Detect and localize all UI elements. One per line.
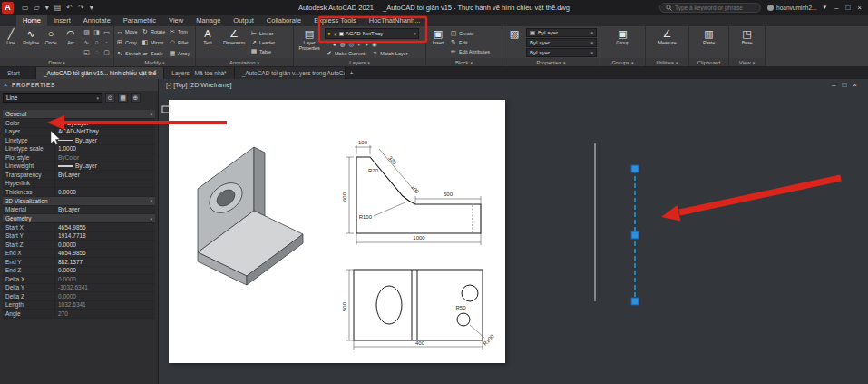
file-tab-layers-drawing[interactable]: Layers - Mã tòa nhà* [164, 67, 234, 79]
tab-manage[interactable]: Manage [190, 15, 227, 26]
new-file-icon[interactable]: ▭ [22, 4, 29, 12]
insert-button[interactable]: ▣Insert [428, 27, 448, 57]
boundary-icon[interactable]: ▭ [103, 29, 110, 36]
row-end-y[interactable]: End Y882.1377 [3, 258, 155, 267]
edit-block-button[interactable]: ✎Edit [450, 39, 490, 46]
tab-output[interactable]: Output [227, 15, 260, 26]
row-start-x[interactable]: Start X4654.9856 [3, 223, 155, 232]
palette-close-icon[interactable]: × [4, 82, 7, 88]
modify-panel-label[interactable]: Modify▾ [114, 58, 195, 66]
collapse-icon[interactable]: ▾ [150, 216, 152, 222]
make-current-button[interactable]: ✔Make Current [326, 50, 365, 57]
search-box[interactable] [659, 3, 761, 13]
doc-restore-button[interactable]: □ [842, 81, 846, 89]
qat-customize-icon[interactable]: ▾ [90, 4, 93, 12]
lineweight-dropdown[interactable]: ByLayer▾ [526, 38, 597, 47]
object-color-dropdown[interactable]: ByLayer▾ [526, 28, 597, 37]
new-tab-button[interactable]: + [346, 67, 358, 79]
drawing-canvas[interactable]: [-] [Top] [2D Wireframe] – □ × [159, 79, 868, 384]
autocad-logo[interactable]: A [2, 2, 14, 14]
copy-button[interactable]: ⊞Copy [116, 37, 141, 48]
trim-button[interactable]: ✂Trim [169, 26, 192, 37]
array-button[interactable]: ▦Array [169, 48, 192, 59]
close-button[interactable]: × [857, 4, 862, 12]
row-end-z[interactable]: End Z0.0000 [3, 267, 155, 276]
doc-minimize-button[interactable]: – [832, 81, 835, 89]
tab-view[interactable]: View [162, 15, 190, 26]
viewport-style-control[interactable]: [2D Wireframe] [189, 82, 231, 88]
tab-express-tools[interactable]: Express Tools [307, 15, 363, 26]
linear-button[interactable]: ⊢Linear [250, 30, 275, 37]
arc-button[interactable]: ◠Arc [62, 27, 80, 57]
collapse-icon[interactable]: ▾ [150, 112, 152, 117]
layer-dropdown[interactable]: ● ☀ ACAD-NetThay ▾ [325, 28, 419, 39]
select-objects-icon[interactable]: ⊕ [131, 93, 141, 103]
layer-thaw-icon[interactable]: ◎ [348, 41, 354, 48]
layer-freeze-icon[interactable]: ◍ [340, 41, 346, 48]
layer-isolate-icon[interactable]: ◉ [372, 41, 377, 48]
row-hyperlink[interactable]: Hyperlink [3, 180, 155, 189]
spline-icon[interactable]: ∿ [84, 39, 90, 46]
row-lineweight[interactable]: LineweightByLayer [3, 162, 155, 172]
row-thickness[interactable]: Thickness0.0000 [3, 188, 155, 197]
base-button[interactable]: ◳Base [737, 27, 757, 57]
row-color[interactable]: ColorByLayer [3, 119, 155, 128]
layer-lock-icon[interactable]: ◐ [357, 41, 361, 47]
tab-hocthatnhanh[interactable]: HocThatNhanh... [363, 15, 427, 26]
layers-panel-label[interactable]: Layers▾ [294, 58, 425, 66]
scale-button[interactable]: ▱Scale [141, 48, 169, 59]
properties-panel-label[interactable]: Properties▾ [502, 58, 600, 66]
row-plot-style[interactable]: Plot styleByColor [3, 153, 155, 162]
section-3d-visualization[interactable]: 3D Visualization▾ [3, 197, 155, 206]
line-button[interactable]: ╱Line [2, 27, 20, 57]
row-material[interactable]: MaterialByLayer [3, 206, 155, 215]
wipeout-icon[interactable]: ▢ [103, 49, 110, 56]
gradient-icon[interactable]: ◨ [93, 29, 100, 36]
ellipse-icon[interactable]: ○ [94, 39, 98, 45]
group-button[interactable]: ▣Group [613, 27, 633, 57]
fillet-button[interactable]: ◠Fillet [169, 37, 192, 48]
annotation-panel-label[interactable]: Annotation▾ [196, 58, 293, 66]
circle-button[interactable]: ○Circle [42, 27, 60, 57]
user-account[interactable]: hoanvuminh2... [767, 5, 816, 11]
layer-properties-button[interactable]: ▤Layer Properties [296, 27, 323, 57]
point-icon[interactable]: · [105, 39, 107, 45]
paste-button[interactable]: ▥Paste [699, 27, 719, 57]
stretch-button[interactable]: ↖Stretch [116, 48, 141, 59]
revcloud-icon[interactable]: ◌ [94, 49, 98, 55]
tab-annotate[interactable]: Annotate [77, 15, 117, 26]
plot-icon[interactable]: ▤ [54, 4, 62, 12]
minimize-button[interactable]: – [834, 4, 838, 12]
measure-button[interactable]: ∠Measure [654, 27, 681, 57]
layer-unlock-icon[interactable]: ◑ [365, 41, 368, 47]
view-panel-label[interactable]: View▾ [729, 58, 765, 66]
section-geometry[interactable]: Geometry▾ [3, 214, 155, 223]
clipboard-panel-label[interactable]: Clipboard [689, 58, 728, 66]
polyline-button[interactable]: ∿Polyline [22, 27, 40, 57]
file-tab-other-drawing[interactable]: _AutoCAD tối giản v...yers trong AutoCAD… [235, 67, 346, 79]
viewport-view-control[interactable]: [Top] [173, 82, 187, 88]
row-start-z[interactable]: Start Z0.0000 [3, 241, 155, 250]
linetype-dropdown[interactable]: ByLayer▾ [526, 48, 597, 57]
account-caret-icon[interactable]: ▾ [824, 4, 827, 11]
section-general[interactable]: General▾ [3, 110, 155, 119]
utilities-panel-label[interactable]: Utilities▾ [646, 58, 688, 66]
region-icon[interactable]: ◱ [83, 49, 90, 56]
tab-collaborate[interactable]: Collaborate [260, 15, 307, 26]
dimension-button[interactable]: ∠Dimension [219, 27, 249, 57]
block-panel-label[interactable]: Block▾ [426, 58, 502, 66]
grip-bottom[interactable] [631, 298, 639, 305]
object-type-dropdown[interactable]: Line▾ [3, 93, 102, 103]
toggle-pickadd-icon[interactable]: ⊙ [105, 93, 115, 103]
doc-close-button[interactable]: × [853, 81, 857, 89]
table-button[interactable]: ▦Table [250, 48, 275, 55]
maximize-button[interactable]: □ [845, 4, 850, 12]
save-icon[interactable]: ▾ [45, 4, 49, 12]
row-transparency[interactable]: TransparencyByLayer [3, 171, 155, 180]
file-tab-start[interactable]: Start [0, 67, 36, 79]
match-properties-button[interactable]: ▨ [504, 27, 524, 57]
grip-top[interactable] [631, 165, 639, 172]
mirror-button[interactable]: ◧Mirror [141, 37, 169, 48]
leader-button[interactable]: ↗Leader [250, 39, 275, 46]
tab-parametric[interactable]: Parametric [117, 15, 162, 26]
